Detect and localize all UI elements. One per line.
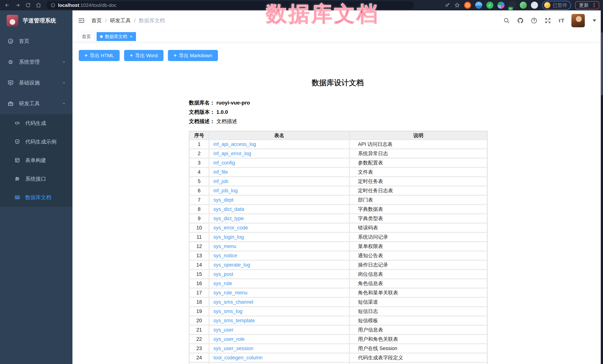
meta-doc-description: 文档描述： 文档描述 [189, 117, 487, 126]
extension-icon-leaf[interactable] [520, 2, 527, 9]
row-table-name-cell: sys_operate_log [209, 260, 349, 269]
home-icon[interactable] [36, 2, 41, 8]
sidebar-item-devtools[interactable]: 研发工具 [0, 93, 72, 114]
row-index: 6 [189, 186, 209, 195]
reload-icon[interactable] [25, 2, 31, 8]
github-icon[interactable] [517, 17, 524, 24]
table-name-link[interactable]: inf_api_access_log [213, 142, 256, 147]
paused-extension-badge[interactable]: 已暂停 [542, 1, 571, 10]
extension-icon-puzzle[interactable] [531, 2, 538, 9]
extension-icon-pin[interactable] [475, 2, 482, 9]
chevron-up-icon [62, 101, 66, 106]
row-index: 13 [189, 251, 209, 260]
export-word-button[interactable]: + 导出 Word [124, 50, 163, 61]
table-name-link[interactable]: sys_role_menu [213, 290, 247, 296]
table-name-link[interactable]: sys_role [213, 281, 232, 286]
breadcrumb-current: 数据库文档 [139, 17, 165, 24]
font-size-icon[interactable]: тT [558, 17, 564, 24]
table-name-link[interactable]: sys_sms_channel [213, 299, 253, 305]
search-icon[interactable] [503, 17, 510, 24]
navbar: 首页 / 研发工具 / 数据库文档 тT [72, 11, 603, 31]
close-icon[interactable]: × [130, 34, 132, 39]
help-icon[interactable] [531, 17, 537, 24]
table-row: 24tool_codegen_column代码生成表字段定义 [189, 353, 487, 362]
sidebar-item-codegen[interactable]: 代码生成 [0, 114, 72, 132]
table-row: 12sys_menu菜单权限表 [189, 242, 487, 251]
row-table-name-cell: tool_codegen_table [209, 363, 349, 364]
plus-icon: + [84, 53, 88, 58]
app-title: 芋道管理系统 [23, 17, 56, 24]
table-name-link[interactable]: sys_sms_template [213, 318, 255, 323]
table-name-link[interactable]: sys_user_session [213, 346, 253, 351]
table-name-link[interactable]: sys_error_code [213, 225, 248, 231]
browser-menu-icon[interactable]: ⋮ [591, 2, 597, 8]
breadcrumb-devtools[interactable]: 研发工具 [110, 17, 131, 24]
sidebar-item-form-builder[interactable]: 表单构建 [0, 151, 72, 170]
sidebar-item-label: 系统管理 [19, 58, 40, 66]
table-name-link[interactable]: sys_notice [213, 253, 237, 258]
password-key-icon[interactable] [445, 2, 450, 8]
forward-icon[interactable] [15, 2, 20, 8]
hamburger-icon[interactable] [78, 17, 85, 24]
table-name-link[interactable]: inf_api_error_log [213, 151, 251, 156]
extension-icon-on-badge[interactable] [509, 2, 516, 9]
sidebar-item-codegen-demo[interactable]: 代码生成示例 [0, 132, 72, 151]
table-name-link[interactable]: sys_login_log [213, 234, 244, 240]
emoji-face-icon [544, 2, 550, 8]
table-name-link[interactable]: sys_user_role [213, 336, 245, 342]
row-table-name-cell: sys_post [209, 270, 349, 279]
browser-update-button[interactable]: 更新 ⋮ [575, 1, 599, 10]
extension-icon-green-check[interactable] [486, 2, 493, 9]
fullscreen-icon[interactable] [545, 17, 551, 24]
export-markdown-button[interactable]: + 导出 Markdown [168, 50, 218, 61]
row-table-name-cell: inf_file [209, 168, 349, 176]
table-name-link[interactable]: inf_job [213, 178, 228, 184]
bookmark-star-icon[interactable] [454, 2, 460, 8]
breadcrumb-home[interactable]: 首页 [91, 17, 102, 24]
table-name-link[interactable]: inf_file [213, 169, 228, 175]
row-table-name-cell: sys_menu [209, 242, 349, 251]
meta-db-name: 数据库名： ruoyi-vue-pro [189, 98, 487, 108]
back-icon[interactable] [4, 2, 10, 8]
table-name-link[interactable]: inf_config [213, 160, 235, 165]
table-name-link[interactable]: inf_job_log [213, 188, 238, 193]
sidebar-item-infra[interactable]: 基础设施 [0, 72, 72, 93]
row-description: 用户在线 Session [350, 344, 487, 353]
row-index: 17 [189, 288, 209, 297]
scrollbar-thumb[interactable] [601, 32, 603, 95]
sidebar-item-api[interactable]: 系统接口 [0, 170, 72, 188]
table-name-link[interactable]: sys_dict_type [213, 216, 244, 221]
avatar[interactable] [571, 14, 585, 27]
url-path: :1024/tool/db-doc [79, 2, 116, 8]
sidebar-item-home[interactable]: 首页 [0, 31, 72, 52]
sidebar-item-db-doc[interactable]: 数据库文档 [0, 188, 72, 207]
sidebar-item-system[interactable]: ⚙ 系统管理 [0, 52, 72, 72]
app-logo-row[interactable]: 芋道管理系统 [0, 11, 72, 31]
row-index: 9 [189, 214, 209, 223]
tags-view: 首页 数据库文档 × [72, 31, 603, 42]
table-name-link[interactable]: sys_sms_log [213, 309, 243, 314]
sliders-icon [14, 176, 20, 182]
table-name-link[interactable]: sys_user [213, 327, 233, 333]
window-scrollbar[interactable] [601, 11, 603, 364]
tag-db-doc[interactable]: 数据库文档 × [97, 32, 136, 41]
sidebar: 芋道管理系统 首页 ⚙ 系统管理 基础设施 研发工具 [0, 11, 72, 364]
table-row: 2inf_api_error_log系统异常日志 [189, 149, 487, 158]
table-name-link[interactable]: tool_codegen_column [213, 355, 263, 361]
tag-home[interactable]: 首页 [78, 32, 94, 41]
shield-check-icon [14, 139, 20, 145]
table-name-link[interactable]: sys_menu [213, 243, 236, 249]
table-name-link[interactable]: sys_operate_log [213, 262, 250, 268]
document-title: 数据库设计文档 [79, 77, 597, 88]
table-name-link[interactable]: sys_dept [213, 197, 233, 203]
address-bar[interactable]: localhost:1024/tool/db-doc [46, 1, 414, 9]
extension-icon-grid[interactable] [498, 2, 505, 9]
table-name-link[interactable]: sys_dict_data [213, 206, 244, 212]
user-menu-caret-icon[interactable] [592, 20, 596, 22]
row-table-name-cell: inf_job_log [209, 186, 349, 195]
row-description: 代码生成表字段定义 [350, 353, 487, 362]
export-html-button[interactable]: + 导出 HTML [79, 50, 120, 61]
tables-overview-table: 序号 表名 说明 1inf_api_access_logAPI 访问日志表2in… [189, 131, 488, 364]
extension-icon-orange[interactable] [464, 2, 471, 9]
table-name-link[interactable]: sys_post [213, 271, 233, 277]
